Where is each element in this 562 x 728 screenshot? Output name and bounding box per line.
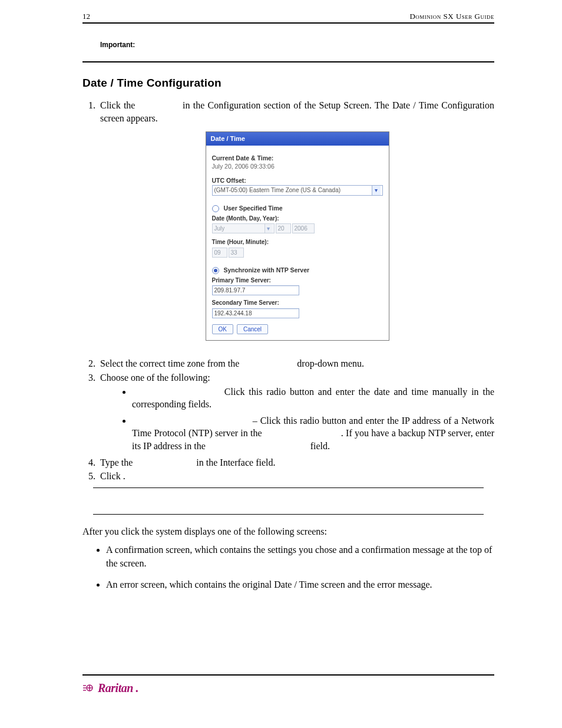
secondary-server-input[interactable]: 192.43.244.18 [212, 308, 299, 318]
ok-button[interactable]: OK [212, 324, 233, 335]
doc-title: Dominion SX User Guide [409, 12, 494, 21]
step-3: Choose one of the following: Click this … [98, 371, 494, 453]
date-label: Date (Month, Day, Year): [212, 215, 383, 223]
user-specified-label: User Specified Time [223, 205, 282, 212]
ntp-sync-radio[interactable] [212, 267, 219, 274]
result-error: An error screen, which contains the orig… [106, 578, 494, 591]
datetime-figure: Date / Time Current Date & Time: July 20… [206, 131, 389, 341]
raritan-logo-icon [82, 683, 95, 693]
user-specified-radio[interactable] [212, 205, 219, 212]
brand-logo: Raritan. [82, 681, 138, 695]
note-box [93, 487, 484, 515]
step-3-bullet-1: Click this radio button and enter the da… [132, 386, 494, 411]
brand-dot: . [135, 681, 138, 695]
step-3-bullet-2: – Click this radio button and enter the … [132, 414, 494, 453]
secondary-server-label: Secondary Time Server: [212, 299, 383, 307]
current-dt-label: Current Date & Time: [212, 154, 383, 162]
steps-list: Click the in the Configuration section o… [85, 99, 494, 483]
step-4: Type the in the Interface field. [98, 456, 494, 469]
cancel-button[interactable]: Cancel [237, 324, 268, 335]
time-label: Time (Hour, Minute): [212, 238, 383, 246]
brand-name: Raritan [98, 681, 133, 695]
day-input: 20 [276, 223, 291, 233]
minute-input: 33 [229, 248, 244, 258]
important-box: Important: [82, 34, 494, 62]
utc-offset-label: UTC Offset: [212, 176, 383, 185]
after-click-paragraph: After you click the system displays one … [82, 525, 494, 538]
ntp-sync-label: Synchronize with NTP Server [223, 266, 309, 274]
hour-input: 09 [212, 248, 227, 258]
year-input: 2006 [292, 223, 315, 233]
current-dt-value: July 20, 2006 09:33:06 [212, 162, 383, 170]
month-select: July▾ [212, 223, 275, 233]
result-confirmation: A confirmation screen, which contains th… [106, 543, 494, 570]
figure-titlebar: Date / Time [206, 132, 389, 146]
primary-server-input[interactable]: 209.81.97.7 [212, 285, 299, 295]
step-2: Select the correct time zone from the dr… [98, 357, 494, 370]
step-1: Click the in the Configuration section o… [98, 99, 494, 341]
utc-offset-select[interactable]: (GMT-05:00) Eastern Time Zone (US & Cana… [212, 185, 383, 196]
primary-server-label: Primary Time Server: [212, 276, 383, 285]
page-number: 12 [82, 12, 90, 21]
section-heading: Date / Time Configuration [82, 77, 494, 90]
result-list: A confirmation screen, which contains th… [92, 543, 494, 591]
chevron-down-icon: ▾ [372, 186, 381, 195]
step-5: Click . [98, 470, 494, 483]
page-footer: Raritan. [82, 674, 494, 696]
chevron-down-icon: ▾ [265, 224, 272, 233]
page-header: 12 Dominion SX User Guide [82, 12, 494, 24]
important-label: Important: [100, 41, 135, 49]
